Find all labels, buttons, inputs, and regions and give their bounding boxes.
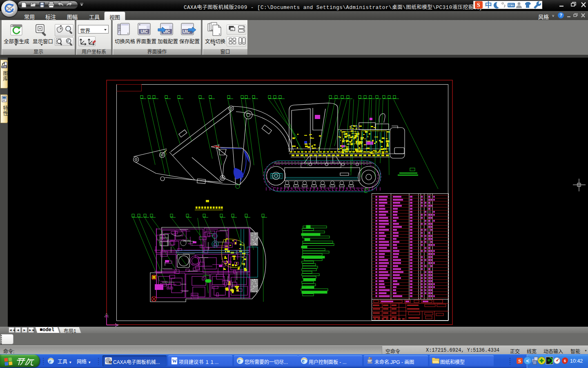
svg-text:<: <	[526, 358, 529, 364]
svg-text:S: S	[518, 358, 521, 364]
svg-text:M: M	[109, 360, 112, 364]
svg-text:S: S	[477, 2, 480, 8]
svg-text:UIC: UIC	[140, 29, 147, 34]
svg-text:中: 中	[485, 1, 492, 9]
svg-text:W: W	[172, 358, 177, 364]
svg-text:6: 6	[564, 359, 566, 363]
